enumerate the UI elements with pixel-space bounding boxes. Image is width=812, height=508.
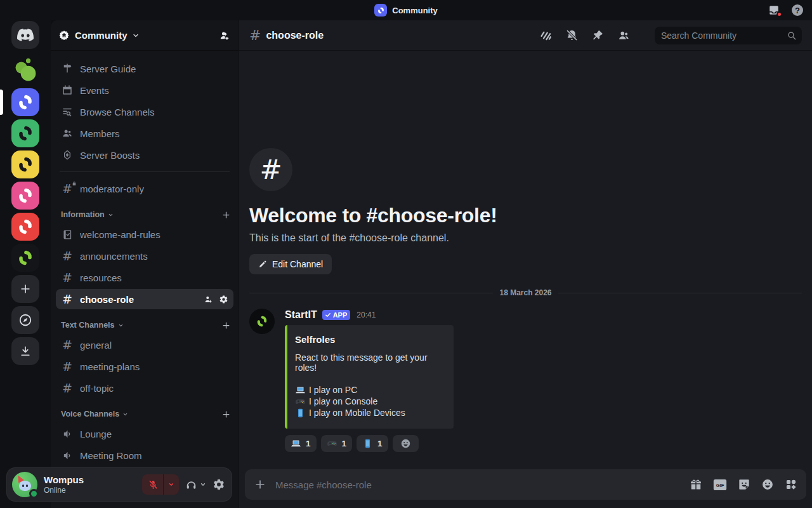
swirl-icon xyxy=(16,217,35,236)
download-button[interactable] xyxy=(11,337,39,365)
emoji-picker-icon[interactable] xyxy=(761,478,774,491)
voice-channel-meeting-room[interactable]: Meeting Room xyxy=(56,445,233,465)
threads-icon[interactable] xyxy=(539,29,553,42)
invite-people-icon[interactable] xyxy=(218,30,231,41)
user-panel: Wompus Online xyxy=(6,467,232,502)
server-icon-green[interactable] xyxy=(11,119,39,147)
category-information[interactable]: Information xyxy=(56,205,233,224)
chevron-down-icon xyxy=(118,323,124,328)
calendar-icon xyxy=(61,84,74,96)
search-box[interactable] xyxy=(655,27,802,44)
app-title: Community xyxy=(392,6,438,15)
reaction-laptop[interactable]: 1 xyxy=(285,435,317,452)
discord-home-button[interactable] xyxy=(11,21,39,49)
search-input[interactable] xyxy=(661,30,787,41)
invite-to-channel-icon[interactable] xyxy=(203,295,214,304)
message-author[interactable]: StartIT xyxy=(285,309,317,321)
blob-server-icon xyxy=(13,58,38,84)
channel-off-topic[interactable]: # off-topic xyxy=(56,378,233,398)
controller-emoji-icon xyxy=(327,438,337,449)
sidebar-item-browse-channels[interactable]: Browse Channels xyxy=(56,102,233,122)
pinned-messages-icon[interactable] xyxy=(591,29,604,42)
sidebar-item-server-guide[interactable]: Server Guide xyxy=(56,58,233,79)
sidebar-item-events[interactable]: Events xyxy=(56,80,233,100)
sidebar-item-server-boosts[interactable]: Server Boosts xyxy=(56,145,233,165)
member-list-icon[interactable] xyxy=(617,29,631,42)
channel-choose-role[interactable]: # choose-role xyxy=(56,289,233,309)
notifications-muted-bell-icon[interactable] xyxy=(565,29,579,42)
swirl-icon xyxy=(16,124,35,143)
sidebar-item-moderator-only[interactable]: # moderator-only xyxy=(56,178,233,199)
welcome-subtitle: This is the start of the #choose-role ch… xyxy=(249,232,802,244)
channel-announcements[interactable]: # announcements xyxy=(56,246,233,266)
server-icon-black[interactable] xyxy=(11,244,39,272)
inbox-icon[interactable] xyxy=(768,4,780,16)
channel-meeting-plans[interactable]: # meeting-plans xyxy=(56,356,233,377)
mute-button[interactable] xyxy=(142,474,179,495)
message-timestamp: 20:41 xyxy=(357,311,376,319)
user-settings-gear-icon[interactable] xyxy=(213,478,225,491)
signpost-icon xyxy=(61,63,74,74)
lock-icon xyxy=(72,181,77,186)
sidebar-item-members[interactable]: Members xyxy=(56,123,233,144)
date-divider: 18 March 2026 xyxy=(249,288,802,297)
laptop-emoji-icon xyxy=(291,438,301,449)
welcome-title: Welcome to #choose-role! xyxy=(249,204,802,227)
apps-icon[interactable] xyxy=(785,478,797,491)
attach-plus-icon[interactable] xyxy=(254,478,266,491)
user-meta[interactable]: Wompus Online xyxy=(44,474,84,495)
server-icon-pink[interactable] xyxy=(11,182,39,210)
reaction-controller[interactable]: 1 xyxy=(321,435,353,452)
swirl-icon xyxy=(16,93,35,112)
laptop-emoji-icon xyxy=(295,385,306,396)
gift-icon[interactable] xyxy=(690,478,702,491)
inbox-notification-dot xyxy=(776,11,782,17)
server-header[interactable]: Community xyxy=(51,20,239,51)
mic-muted-icon[interactable] xyxy=(142,474,163,495)
server-icon-community[interactable] xyxy=(11,88,39,116)
create-channel-icon[interactable] xyxy=(221,321,231,330)
speaker-icon xyxy=(61,429,74,439)
channel-settings-gear-icon[interactable] xyxy=(219,295,228,304)
members-icon xyxy=(61,128,74,139)
deafen-button[interactable] xyxy=(185,479,206,491)
reaction-phone[interactable]: 1 xyxy=(357,435,388,452)
gif-icon[interactable]: GIF xyxy=(713,479,727,491)
server-icon-red[interactable] xyxy=(11,213,39,241)
category-voice-channels[interactable]: Voice Channels xyxy=(56,404,233,424)
explore-servers-button[interactable] xyxy=(11,306,39,334)
titlebar: Community ? xyxy=(0,0,812,20)
compass-icon xyxy=(18,313,32,327)
message-composer[interactable]: GIF xyxy=(245,469,806,500)
online-status-dot xyxy=(29,489,39,498)
help-icon[interactable]: ? xyxy=(792,4,803,16)
server-icon-green-blobs[interactable] xyxy=(11,57,39,85)
server-icon-yellow[interactable] xyxy=(11,150,39,178)
verified-check-icon xyxy=(325,312,331,318)
reaction-count: 1 xyxy=(342,439,347,448)
message-input[interactable] xyxy=(275,479,683,490)
speaker-icon xyxy=(61,450,74,461)
search-icon xyxy=(787,30,797,41)
channel-resources[interactable]: # resources xyxy=(56,267,233,288)
bot-avatar[interactable] xyxy=(249,309,275,334)
voice-channel-lounge[interactable]: Lounge xyxy=(56,424,233,444)
user-avatar[interactable] xyxy=(12,472,37,497)
create-channel-icon[interactable] xyxy=(221,210,231,220)
add-reaction-button[interactable] xyxy=(393,435,419,452)
main-area: # choose-role # W xyxy=(239,20,812,508)
edit-channel-button[interactable]: Edit Channel xyxy=(249,254,332,274)
reaction-count: 1 xyxy=(377,439,383,448)
avatar-face xyxy=(19,481,31,491)
create-channel-icon[interactable] xyxy=(221,410,231,419)
deafen-options-chevron-icon[interactable] xyxy=(200,481,206,488)
message-list: # Welcome to #choose-role! This is the s… xyxy=(239,51,812,469)
reaction-count: 1 xyxy=(306,439,311,448)
sticker-icon[interactable] xyxy=(738,478,750,491)
mute-options-chevron-icon[interactable] xyxy=(163,474,179,495)
add-server-button[interactable] xyxy=(11,275,39,303)
channel-general[interactable]: # general xyxy=(56,335,233,355)
channel-welcome-and-rules[interactable]: welcome-and-rules xyxy=(56,224,233,244)
channel-header: # choose-role xyxy=(239,20,812,51)
category-text-channels[interactable]: Text Channels xyxy=(56,316,233,335)
